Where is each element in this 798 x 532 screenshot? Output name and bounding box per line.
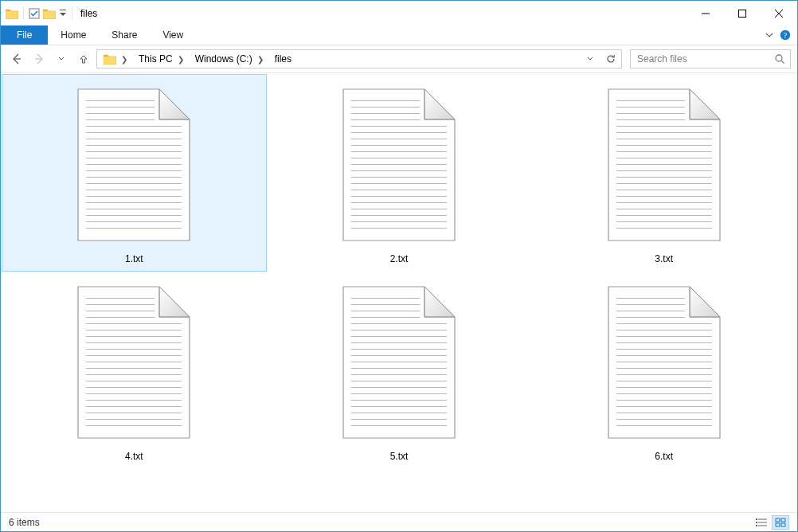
file-name-label: 1.txt: [125, 253, 143, 264]
svg-rect-46: [351, 215, 447, 216]
breadcrumb-drive[interactable]: Windows (C:) ❯: [189, 50, 268, 68]
maximize-button[interactable]: [724, 1, 761, 25]
chevron-right-icon[interactable]: ❯: [121, 55, 127, 64]
svg-rect-13: [86, 139, 182, 139]
svg-rect-69: [616, 228, 712, 229]
svg-rect-129: [616, 406, 712, 407]
svg-rect-14: [86, 145, 182, 146]
breadcrumb-folder[interactable]: files: [268, 50, 296, 68]
svg-rect-90: [86, 425, 182, 426]
svg-rect-73: [86, 317, 155, 318]
svg-rect-75: [86, 330, 182, 331]
svg-rect-58: [616, 158, 712, 158]
svg-rect-71: [86, 304, 155, 305]
svg-rect-118: [616, 336, 712, 337]
svg-rect-106: [351, 393, 447, 394]
minimize-button[interactable]: [687, 1, 724, 25]
svg-rect-38: [351, 164, 447, 165]
refresh-button[interactable]: [600, 50, 621, 68]
svg-rect-7: [86, 100, 155, 101]
svg-rect-55: [616, 139, 712, 139]
svg-rect-28: [351, 100, 420, 101]
file-list[interactable]: 1.txt 2.txt 3.txt: [1, 73, 797, 512]
svg-rect-135: [756, 522, 757, 523]
file-item[interactable]: 2.txt: [267, 74, 532, 272]
svg-rect-86: [86, 400, 182, 401]
tab-home[interactable]: Home: [48, 25, 99, 45]
address-bar[interactable]: ❯ This PC ❯ Windows (C:) ❯ files: [96, 49, 622, 68]
svg-rect-53: [616, 126, 712, 127]
search-input[interactable]: [636, 53, 774, 65]
ribbon-collapse-icon[interactable]: [765, 31, 773, 39]
file-name-label: 5.txt: [390, 451, 409, 462]
svg-rect-121: [616, 355, 712, 356]
folder-icon[interactable]: [43, 8, 56, 19]
svg-rect-133: [756, 518, 757, 520]
svg-rect-131: [616, 419, 712, 420]
file-item[interactable]: 3.txt: [531, 74, 796, 272]
svg-rect-9: [86, 113, 155, 114]
search-icon[interactable]: [774, 53, 785, 65]
status-bar: 6 items: [1, 512, 797, 531]
tab-view[interactable]: View: [150, 25, 196, 45]
svg-rect-31: [351, 119, 420, 120]
svg-rect-111: [351, 425, 447, 426]
address-folder-icon[interactable]: ❯: [97, 50, 132, 68]
file-item[interactable]: 4.txt: [2, 272, 267, 469]
svg-rect-40: [351, 177, 447, 178]
help-icon[interactable]: ?: [780, 29, 791, 41]
svg-rect-1: [60, 10, 66, 10]
svg-rect-76: [86, 336, 182, 337]
svg-text:?: ?: [784, 31, 788, 40]
svg-rect-44: [351, 202, 447, 203]
recent-locations-button[interactable]: [52, 49, 71, 68]
tab-share[interactable]: Share: [99, 25, 150, 45]
breadcrumb-label: files: [275, 53, 291, 65]
svg-rect-8: [86, 107, 155, 108]
svg-rect-120: [616, 349, 712, 350]
svg-rect-141: [776, 523, 780, 526]
svg-rect-107: [351, 400, 447, 401]
svg-rect-18: [86, 170, 182, 171]
svg-rect-88: [86, 413, 182, 413]
file-name-label: 4.txt: [125, 451, 143, 462]
chevron-right-icon[interactable]: ❯: [178, 55, 184, 64]
svg-rect-84: [86, 387, 182, 388]
svg-rect-91: [351, 298, 420, 299]
qat-dropdown-icon[interactable]: [59, 8, 67, 19]
close-button[interactable]: [761, 1, 797, 25]
breadcrumb-this-pc[interactable]: This PC ❯: [132, 50, 189, 68]
svg-rect-60: [616, 170, 712, 171]
file-item[interactable]: 6.txt: [531, 272, 796, 469]
svg-rect-124: [616, 374, 712, 375]
ribbon-tabs: File Home Share View ?: [1, 25, 797, 45]
svg-rect-137: [756, 525, 757, 526]
svg-rect-23: [86, 202, 182, 203]
properties-icon[interactable]: [29, 8, 40, 19]
file-tab[interactable]: File: [1, 25, 48, 45]
search-box[interactable]: [630, 49, 791, 68]
breadcrumb-label: This PC: [139, 53, 173, 65]
file-name-label: 3.txt: [655, 253, 673, 264]
svg-rect-35: [351, 145, 447, 146]
file-item[interactable]: 5.txt: [267, 272, 532, 469]
svg-rect-3: [739, 10, 746, 17]
file-item[interactable]: 1.txt: [2, 74, 267, 272]
chevron-right-icon[interactable]: ❯: [257, 55, 264, 64]
svg-rect-12: [86, 132, 182, 133]
large-icons-view-button[interactable]: [772, 515, 789, 530]
up-button[interactable]: [74, 49, 93, 68]
svg-rect-67: [616, 215, 712, 216]
forward-button[interactable]: [29, 49, 49, 68]
svg-rect-99: [351, 349, 447, 350]
address-dropdown-button[interactable]: [580, 50, 600, 68]
svg-rect-123: [616, 368, 712, 369]
svg-rect-104: [351, 381, 447, 381]
svg-rect-79: [86, 355, 182, 356]
svg-rect-68: [616, 221, 712, 222]
back-button[interactable]: [7, 49, 26, 68]
svg-rect-140: [781, 518, 785, 522]
svg-rect-22: [86, 196, 182, 197]
details-view-button[interactable]: [753, 515, 770, 530]
svg-rect-72: [86, 311, 155, 311]
